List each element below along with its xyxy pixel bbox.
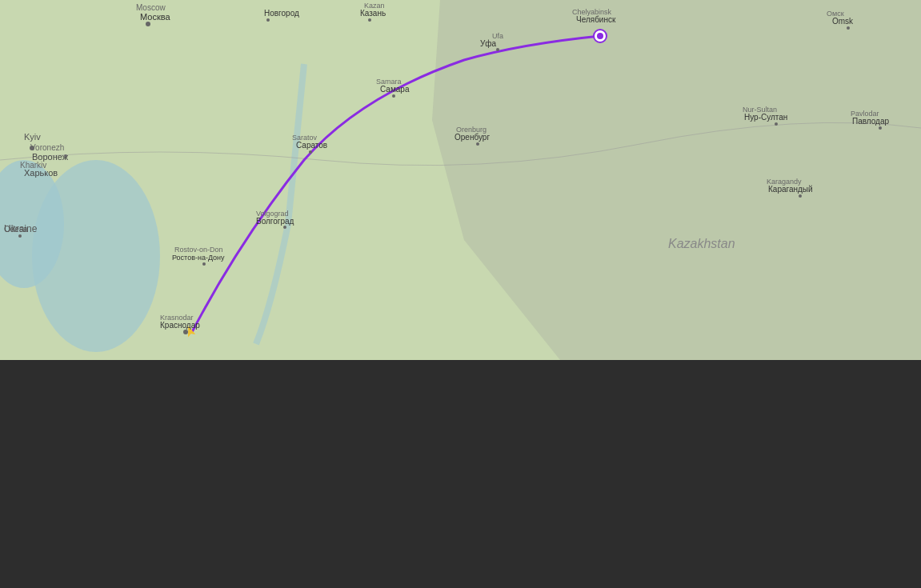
svg-point-56 bbox=[799, 194, 802, 198]
svg-text:Ukraine: Ukraine bbox=[4, 223, 38, 234]
map-container[interactable]: Москва Moscow Новгород Казань Kazan Челя… bbox=[0, 0, 921, 360]
svg-text:Karagandy: Karagandy bbox=[767, 178, 802, 186]
svg-point-13 bbox=[368, 18, 371, 22]
svg-text:Kyiv: Kyiv bbox=[24, 132, 41, 142]
svg-point-27 bbox=[309, 150, 312, 154]
svg-text:Нур-Султан: Нур-Султан bbox=[744, 113, 787, 122]
svg-text:Voronezh: Voronezh bbox=[30, 143, 64, 152]
svg-text:Волгоград: Волгоград bbox=[256, 217, 294, 226]
svg-point-4 bbox=[597, 33, 603, 39]
svg-text:Ufa: Ufa bbox=[492, 32, 503, 40]
svg-text:Новгород: Новгород bbox=[264, 9, 299, 18]
svg-text:Orenburg: Orenburg bbox=[456, 126, 487, 134]
svg-text:Kazan: Kazan bbox=[364, 2, 385, 10]
svg-text:Omsk: Omsk bbox=[832, 17, 854, 26]
svg-text:Самара: Самара bbox=[380, 85, 410, 94]
svg-point-44 bbox=[64, 154, 67, 158]
svg-text:Chelyabinsk: Chelyabinsk bbox=[572, 8, 612, 16]
svg-text:Rostov-on-Don: Rostov-on-Don bbox=[174, 246, 223, 254]
svg-point-18 bbox=[847, 26, 850, 30]
svg-point-30 bbox=[476, 142, 479, 146]
svg-text:Moscow: Moscow bbox=[136, 3, 166, 12]
svg-text:Воронеж: Воронеж bbox=[32, 152, 69, 162]
bottom-panel: GREAT CIRCLE DISTANCE 1 948 KM AVERAGE F… bbox=[0, 360, 921, 588]
svg-text:Krasnodar: Krasnodar bbox=[160, 314, 194, 322]
svg-point-46 bbox=[30, 146, 34, 150]
svg-text:Volgograd: Volgograd bbox=[256, 210, 289, 218]
svg-text:Ростов-на-Дону: Ростов-на-Дону bbox=[172, 254, 225, 262]
svg-text:Челябинск: Челябинск bbox=[576, 15, 616, 24]
svg-point-24 bbox=[392, 94, 395, 98]
svg-point-10 bbox=[266, 18, 270, 22]
svg-point-59 bbox=[879, 126, 882, 130]
svg-text:Samara: Samara bbox=[376, 78, 402, 86]
svg-text:Pavlodar: Pavlodar bbox=[851, 110, 879, 118]
svg-point-33 bbox=[283, 226, 286, 229]
svg-text:Москва: Москва bbox=[140, 12, 170, 22]
svg-point-53 bbox=[775, 122, 778, 126]
svg-point-36 bbox=[202, 262, 206, 266]
svg-text:Saratov: Saratov bbox=[292, 134, 318, 142]
svg-text:Краснодар: Краснодар bbox=[160, 321, 200, 330]
svg-point-21 bbox=[496, 48, 499, 51]
svg-text:Казань: Казань bbox=[360, 9, 386, 18]
svg-text:Nur-Sultan: Nur-Sultan bbox=[743, 106, 777, 114]
svg-text:Уфа: Уфа bbox=[480, 39, 497, 48]
svg-text:Саратов: Саратов bbox=[296, 141, 327, 150]
svg-text:Оренбург: Оренбург bbox=[454, 133, 490, 142]
svg-point-8 bbox=[146, 22, 150, 26]
svg-text:Карагандый: Карагандый bbox=[768, 185, 813, 194]
svg-text:Омск: Омск bbox=[827, 10, 844, 18]
svg-text:Kharkiv: Kharkiv bbox=[20, 161, 46, 170]
svg-text:Павлодар: Павлодар bbox=[852, 117, 890, 126]
svg-point-39 bbox=[183, 330, 188, 334]
svg-text:Kazakhstan: Kazakhstan bbox=[668, 237, 735, 250]
svg-point-48 bbox=[18, 234, 22, 238]
